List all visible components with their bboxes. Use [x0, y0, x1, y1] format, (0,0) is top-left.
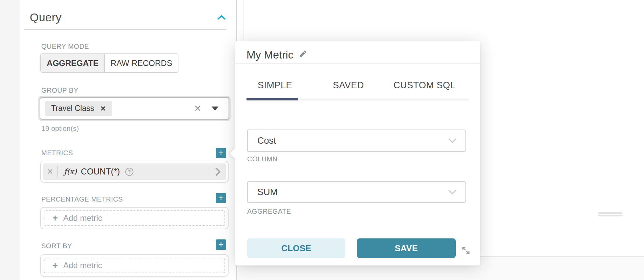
add-metric-placeholder: Add metric	[63, 213, 102, 223]
add-metric-button[interactable]: +	[216, 148, 226, 158]
plus-icon: +	[52, 260, 58, 271]
popover-header-divider	[235, 63, 480, 64]
close-button[interactable]: CLOSE	[247, 238, 345, 258]
query-mode-label: QUERY MODE	[41, 43, 89, 50]
tag-remove-icon[interactable]: ✕	[100, 104, 106, 113]
metric-name: COUNT(*)	[81, 167, 120, 177]
chevron-down-icon	[448, 189, 457, 195]
metric-remove-icon[interactable]: ✕	[43, 167, 57, 176]
aggregate-select[interactable]: SUM	[247, 181, 466, 203]
left-gutter	[0, 0, 20, 280]
pane-drag-handle[interactable]	[598, 215, 622, 216]
group-by-option-count: 19 option(s)	[41, 124, 79, 133]
select-clear-icon[interactable]: ✕	[194, 103, 201, 114]
tab-simple[interactable]: SIMPLE	[258, 80, 292, 91]
group-by-label: GROUP BY	[41, 87, 78, 94]
group-by-tag-label: Travel Class	[51, 104, 94, 113]
chevron-up-icon[interactable]	[217, 14, 226, 21]
active-tab-indicator	[246, 98, 298, 100]
caret-down-icon[interactable]	[212, 107, 218, 111]
percentage-metrics-container: + Add metric	[40, 207, 229, 229]
chevron-down-icon	[448, 138, 457, 143]
tab-saved[interactable]: SAVED	[333, 80, 364, 91]
function-icon: ƒ(x)	[64, 167, 77, 176]
group-by-tag: Travel Class ✕	[45, 101, 112, 116]
sort-by-container: + Add metric	[40, 254, 229, 277]
query-mode-raw-records[interactable]: RAW RECORDS	[105, 54, 178, 72]
query-section-title: Query	[30, 11, 62, 24]
sort-by-label: SORT BY	[41, 242, 72, 250]
add-sort-metric-button[interactable]: +	[216, 239, 226, 250]
column-label: COLUMN	[247, 155, 278, 163]
metric-editor-popover: My Metric SIMPLE SAVED CUSTOM SQL COLUMN…	[235, 41, 480, 265]
save-button[interactable]: SAVE	[357, 238, 456, 258]
query-mode-toggle: AGGREGATE RAW RECORDS	[40, 53, 178, 73]
group-by-select[interactable]: Travel Class ✕ ✕	[40, 97, 229, 120]
percentage-metrics-label: PERCENTAGE METRICS	[41, 195, 123, 203]
column-select[interactable]: Cost	[247, 130, 466, 152]
chevron-right-icon[interactable]	[210, 167, 226, 177]
percentage-metrics-add-target[interactable]: + Add metric	[44, 210, 225, 226]
metric-title-text: My Metric	[246, 49, 294, 61]
pane-drag-handle[interactable]	[598, 212, 622, 214]
section-underline	[24, 29, 226, 30]
popover-arrow	[230, 148, 241, 159]
add-metric-placeholder: Add metric	[63, 261, 102, 270]
popover-title: My Metric	[246, 49, 307, 61]
query-mode-aggregate[interactable]: AGGREGATE	[41, 54, 105, 72]
add-percentage-metric-button[interactable]: +	[216, 193, 226, 203]
aggregate-value: SUM	[257, 187, 278, 197]
diagonal-resize-icon[interactable]	[461, 246, 471, 255]
plus-icon: +	[52, 213, 58, 224]
help-icon[interactable]: ?	[125, 168, 133, 176]
sort-by-add-target[interactable]: + Add metric	[44, 258, 225, 273]
metric-pill-content: ƒ(x) COUNT(*) ?	[58, 167, 210, 177]
metrics-container: ✕ ƒ(x) COUNT(*) ?	[40, 161, 229, 183]
group-by-select-ring: Travel Class ✕ ✕	[38, 96, 231, 121]
pencil-icon[interactable]	[298, 49, 307, 61]
metrics-label: METRICS	[41, 149, 73, 157]
metric-pill[interactable]: ✕ ƒ(x) COUNT(*) ?	[43, 163, 226, 180]
tab-custom-sql[interactable]: CUSTOM SQL	[393, 80, 455, 91]
aggregate-label: AGGREGATE	[247, 208, 291, 215]
explore-view: Query QUERY MODE AGGREGATE RAW RECORDS G…	[0, 0, 644, 280]
column-value: Cost	[257, 136, 276, 146]
